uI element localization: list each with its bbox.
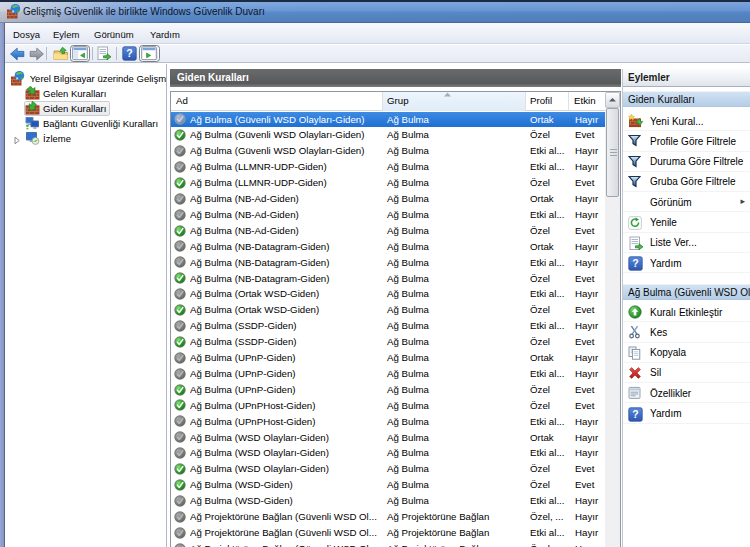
- svg-text:?: ?: [632, 257, 638, 269]
- svg-text:?: ?: [126, 47, 132, 59]
- svg-text:?: ?: [632, 408, 638, 420]
